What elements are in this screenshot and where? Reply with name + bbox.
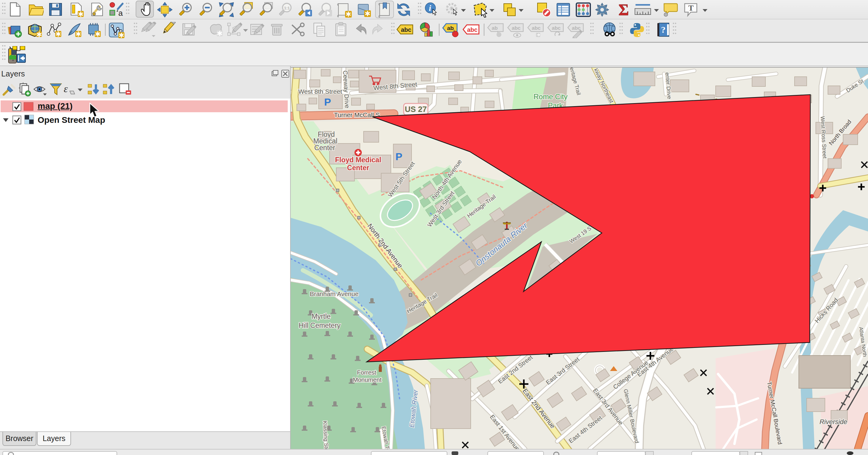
svg-text:West 8th Street: West 8th Street [298, 88, 342, 95]
svg-text:Riverside: Riverside [819, 418, 847, 426]
svg-text:ε: ε [64, 83, 68, 94]
svg-text:i: i [429, 3, 431, 13]
svg-text:abc: abc [552, 25, 561, 31]
svg-text:Hill Cemetery: Hill Cemetery [299, 322, 341, 329]
svg-text:Myrtle: Myrtle [312, 313, 331, 320]
svg-text:?: ? [661, 25, 665, 35]
svg-text:Forrest: Forrest [357, 369, 376, 376]
svg-text:T: T [688, 4, 693, 12]
svg-text:abc: abc [401, 26, 411, 33]
svg-text:Σ: Σ [619, 2, 629, 18]
svg-text:P: P [396, 151, 402, 162]
svg-text:Monument: Monument [353, 377, 382, 383]
svg-text:US 27: US 27 [405, 105, 427, 114]
svg-text:Center: Center [314, 144, 335, 152]
svg-text:abc: abc [532, 25, 540, 31]
svg-text:P: P [324, 96, 331, 108]
svg-text:1:1: 1:1 [284, 6, 290, 10]
svg-text:ab: ab [492, 25, 498, 31]
svg-text:Rome City: Rome City [533, 93, 567, 101]
svg-text:Center: Center [347, 164, 369, 172]
svg-text:a: a [118, 8, 123, 18]
svg-text:abc: abc [512, 25, 521, 31]
svg-text:Branham Avenue: Branham Avenue [310, 290, 359, 297]
svg-text:abc: abc [467, 26, 477, 33]
svg-text:ab: ab [447, 25, 454, 31]
svg-text:Floyd Medical: Floyd Medical [335, 156, 381, 164]
svg-text:abc: abc [572, 25, 581, 31]
